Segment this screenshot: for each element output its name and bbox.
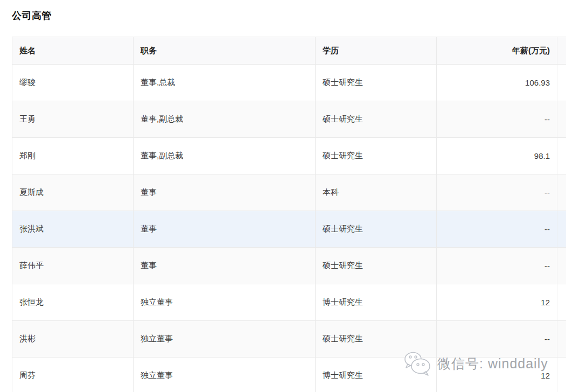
cell-education: 硕士研究生	[316, 138, 437, 174]
table-row[interactable]: 郑刚 董事,副总裁 硕士研究生 98.1	[12, 138, 566, 174]
cell-name: 洪彬	[12, 321, 134, 358]
cell-extra	[557, 138, 566, 174]
cell-position: 独立董事	[134, 321, 316, 358]
cell-name: 王勇	[12, 101, 134, 138]
cell-education: 博士研究生	[316, 284, 437, 321]
cell-position: 董事,总裁	[134, 65, 316, 101]
cell-education: 硕士研究生	[316, 101, 437, 138]
cell-education: 硕士研究生	[316, 65, 437, 101]
cell-position: 独立董事	[134, 284, 316, 321]
cell-extra	[557, 65, 566, 101]
cell-education: 本科	[316, 174, 437, 211]
cell-salary: --	[437, 248, 557, 284]
cell-salary: 12	[437, 358, 557, 392]
cell-position: 董事	[134, 174, 316, 211]
cell-name: 夏斯成	[12, 174, 134, 211]
table-header-row: 姓名 职务 学历 年薪(万元)	[12, 37, 566, 65]
table-row[interactable]: 夏斯成 董事 本科 --	[12, 174, 566, 211]
column-header-position: 职务	[134, 37, 316, 65]
cell-position: 董事,副总裁	[134, 101, 316, 138]
cell-name: 周芬	[12, 358, 134, 392]
column-header-salary: 年薪(万元)	[437, 37, 557, 65]
cell-name: 张洪斌	[12, 211, 134, 248]
cell-salary: --	[437, 211, 557, 248]
cell-extra	[557, 321, 566, 358]
table-row[interactable]: 洪彬 独立董事 硕士研究生 --	[12, 321, 566, 358]
executives-table: 姓名 职务 学历 年薪(万元) 缪骏 董事,总裁 硕士研究生 106.93 王勇…	[12, 37, 566, 392]
cell-salary: --	[437, 174, 557, 211]
cell-extra	[557, 174, 566, 211]
cell-salary: --	[437, 101, 557, 138]
cell-salary: 106.93	[437, 65, 557, 101]
cell-extra	[557, 211, 566, 248]
cell-position: 董事	[134, 211, 316, 248]
cell-education: 硕士研究生	[316, 211, 437, 248]
cell-salary: 12	[437, 284, 557, 321]
cell-salary: --	[437, 321, 557, 358]
cell-name: 薛伟平	[12, 248, 134, 284]
cell-extra	[557, 248, 566, 284]
cell-position: 董事	[134, 248, 316, 284]
table-row[interactable]: 张恒龙 独立董事 博士研究生 12	[12, 284, 566, 321]
table-row[interactable]: 缪骏 董事,总裁 硕士研究生 106.93	[12, 65, 566, 101]
table-row-highlighted[interactable]: 张洪斌 董事 硕士研究生 --	[12, 211, 566, 248]
table-row[interactable]: 周芬 独立董事 博士研究生 12	[12, 358, 566, 392]
cell-name: 郑刚	[12, 138, 134, 174]
cell-extra	[557, 358, 566, 392]
cell-name: 张恒龙	[12, 284, 134, 321]
column-header-name: 姓名	[12, 37, 134, 65]
cell-education: 硕士研究生	[316, 248, 437, 284]
cell-extra	[557, 284, 566, 321]
table-row[interactable]: 王勇 董事,副总裁 硕士研究生 --	[12, 101, 566, 138]
cell-position: 董事,副总裁	[134, 138, 316, 174]
column-header-education: 学历	[316, 37, 437, 65]
cell-salary: 98.1	[437, 138, 557, 174]
table-row[interactable]: 薛伟平 董事 硕士研究生 --	[12, 248, 566, 284]
cell-education: 博士研究生	[316, 358, 437, 392]
cell-name: 缪骏	[12, 65, 134, 101]
cell-extra	[557, 101, 566, 138]
column-header-extra	[557, 37, 566, 65]
cell-position: 独立董事	[134, 358, 316, 392]
page-title: 公司高管	[12, 9, 52, 22]
cell-education: 硕士研究生	[316, 321, 437, 358]
